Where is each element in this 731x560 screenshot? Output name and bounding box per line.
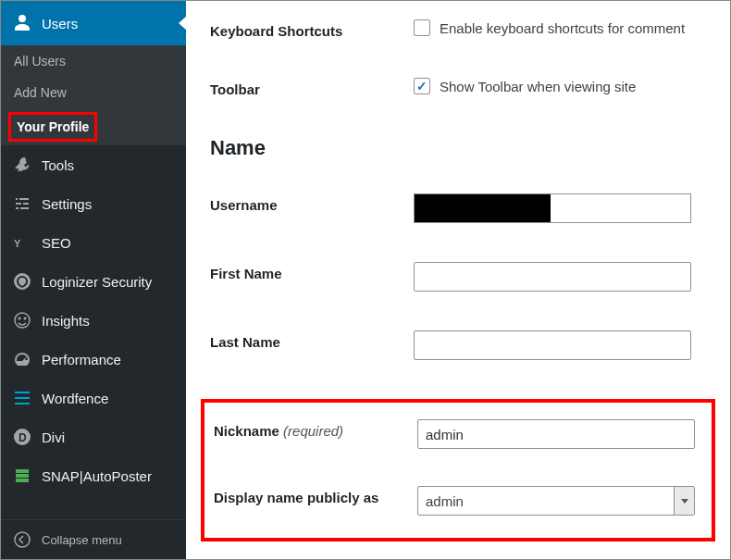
label-keyboard-shortcuts: Keyboard Shortcuts [210,19,414,39]
checkbox-box [414,19,430,36]
collapse-menu[interactable]: Collapse menu [1,519,186,559]
admin-sidebar: Users All Users Add New Your Profile Too… [1,1,186,559]
seo-icon: Y [12,232,32,253]
sidebar-label: SNAP|AutoPoster [42,468,152,484]
sidebar-item-tools[interactable]: Tools [1,145,186,184]
shield-icon [12,271,32,292]
sidebar-item-divi[interactable]: D Divi [1,417,186,456]
sidebar-sub-add-new[interactable]: Add New [1,77,186,108]
sidebar-label: Tools [42,157,74,173]
settings-icon [12,193,32,214]
first-name-input[interactable] [414,262,691,292]
sidebar-item-snap[interactable]: SNAP|AutoPoster [1,456,186,495]
sidebar-label: Wordfence [42,391,108,406]
sidebar-sub-your-profile[interactable]: Your Profile [8,112,97,142]
user-icon [12,13,32,33]
row-nickname: Nickname (required) [214,419,695,449]
profile-form: Keyboard Shortcuts Enable keyboard short… [186,1,730,559]
sidebar-label: Loginizer Security [42,274,152,290]
row-username: Username [210,193,706,223]
sidebar-label: Insights [42,313,90,329]
svg-point-6 [15,532,30,547]
select-value: admin [426,493,464,509]
svg-text:D: D [19,431,27,444]
svg-point-2 [19,317,21,320]
active-indicator [179,16,187,31]
redacted-username [415,194,551,222]
sidebar-item-settings[interactable]: Settings [1,184,186,223]
row-display-name: Display name publicly as admin [214,486,695,516]
gauge-icon [12,349,32,369]
checkbox-label: Enable keyboard shortcuts for comment [440,20,685,36]
highlight-nickname-display: Nickname (required) Display name publicl… [201,399,715,541]
last-name-input[interactable] [414,330,691,360]
collapse-icon [12,529,32,550]
collapse-label: Collapse menu [42,533,122,547]
svg-point-3 [24,317,27,320]
username-field [414,193,691,223]
sidebar-sub-all-users[interactable]: All Users [1,45,186,77]
checkbox-box [414,78,430,94]
tools-icon [12,155,32,175]
sidebar-label: Divi [42,429,65,445]
checkbox-toolbar[interactable]: Show Toolbar when viewing site [414,78,706,94]
label-toolbar: Toolbar [210,78,414,97]
row-keyboard-shortcuts: Keyboard Shortcuts Enable keyboard short… [210,19,706,39]
sidebar-item-insights[interactable]: Insights [1,301,186,340]
checkbox-keyboard-shortcuts[interactable]: Enable keyboard shortcuts for comment [414,19,706,36]
sidebar-item-loginizer[interactable]: Loginizer Security [1,262,186,301]
row-first-name: First Name [210,262,706,292]
sidebar-label: Performance [42,352,121,367]
sidebar-label: SEO [42,235,71,251]
sidebar-item-wordfence[interactable]: Wordfence [1,379,186,417]
row-toolbar: Toolbar Show Toolbar when viewing site [210,78,706,97]
sidebar-item-users[interactable]: Users [1,1,186,45]
label-nickname: Nickname (required) [214,419,417,439]
sidebar-submenu-users: All Users Add New Your Profile [1,45,186,145]
label-username: Username [210,193,414,213]
section-heading-name: Name [210,136,706,160]
nickname-input[interactable] [417,419,695,449]
divi-icon: D [12,427,32,447]
sidebar-label: Settings [42,196,92,212]
row-last-name: Last Name [210,330,706,360]
display-name-select[interactable]: admin [417,486,695,516]
label-display-name: Display name publicly as [214,486,417,505]
svg-text:Y: Y [14,238,21,249]
sidebar-label: Users [42,16,78,31]
chevron-down-icon [674,487,694,515]
sidebar-item-seo[interactable]: Y SEO [1,223,186,262]
wordfence-icon [12,388,32,408]
insights-icon [12,310,32,330]
checkbox-label: Show Toolbar when viewing site [440,79,636,94]
label-first-name: First Name [210,262,414,281]
sidebar-item-performance[interactable]: Performance [1,340,186,379]
snap-icon [12,466,32,486]
label-last-name: Last Name [210,330,414,350]
